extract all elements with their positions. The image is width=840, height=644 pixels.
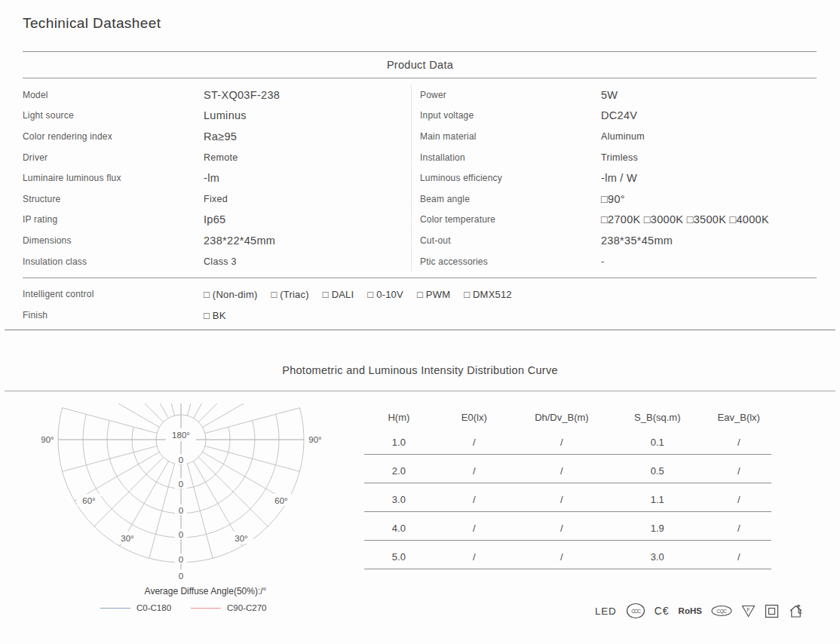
spec-value: 238*35*45mm (601, 235, 673, 247)
photometric-section-title: Photometric and Luminous Intensity Distr… (5, 364, 835, 376)
angle-label-180: 180° (172, 431, 190, 440)
indoor-house-icon (788, 603, 805, 619)
spec-label: IP rating (23, 214, 204, 225)
column-divider (411, 85, 412, 271)
divider (5, 330, 835, 330)
spec-label: Power (420, 90, 601, 100)
table-cell: / (434, 494, 515, 505)
spec-value: Ip65 (204, 213, 225, 225)
cqc-icon: CQC (711, 605, 732, 617)
column-header: E0(lx) (434, 412, 515, 423)
svg-text:F: F (746, 606, 750, 612)
table-cell: / (515, 494, 609, 505)
table-header-row: H(m) E0(lx) Dh/Dv_B(m) S_B(sq.m) Eav_B(l… (364, 408, 771, 426)
spec-row: Input voltageDC24V (420, 106, 817, 127)
divider (23, 51, 817, 52)
spec-row: InstallationTrimless (420, 147, 817, 168)
angle-label-30-left: 30° (121, 534, 133, 543)
led-label: LED (595, 606, 617, 617)
table-cell: 3.0 (364, 494, 434, 505)
angle-label-90-left: 90° (41, 435, 54, 444)
radial-tick: 0 (179, 480, 183, 489)
product-data-right-column: Power5W Input voltageDC24V Main material… (420, 84, 817, 271)
control-option: □ (Non-dim) (204, 289, 257, 300)
table-cell: / (707, 437, 771, 448)
radial-tick: 0 (179, 555, 183, 564)
table-cell: 1.0 (364, 437, 434, 448)
spec-value: Luminus (204, 109, 247, 121)
control-option: □ PWM (417, 289, 450, 300)
divider (23, 278, 817, 278)
spec-value: □2700K □3000K □3500K □4000K (601, 213, 769, 225)
spec-value: Ra≥95 (204, 130, 237, 143)
spec-row: Main materialAluminum (420, 126, 817, 147)
table-row: 2.0 / / 0.5 / (364, 455, 771, 483)
spec-row: DriverRemote (23, 147, 407, 168)
table-cell: 0.1 (609, 437, 707, 448)
spec-label: Cut-out (420, 235, 601, 246)
ccc-icon: CCC (626, 603, 645, 619)
spec-value: ST-XQ03F-238 (204, 89, 280, 101)
class2-double-square-icon (765, 604, 779, 618)
spec-row: ModelST-XQ03F-238 (23, 84, 407, 106)
spec-label: Color temperature (420, 214, 601, 225)
spec-value: - (601, 256, 604, 267)
spec-row: Light sourceLuminus (23, 106, 407, 127)
table-cell: 4.0 (364, 523, 434, 534)
product-data-section-title: Product Data (23, 59, 817, 71)
legend-label: C90-C270 (227, 603, 266, 612)
spec-label: Luminaire luminous flux (23, 173, 204, 183)
angle-label-30-right: 30° (235, 534, 247, 543)
table-cell: / (434, 465, 515, 477)
radial-tick: 0 (179, 455, 183, 465)
intelligent-control-options: □ (Non-dim) □ (Triac) □ DALI □ 0-10V □ P… (204, 289, 512, 300)
table-cell: 2.0 (364, 465, 434, 477)
spec-value: □90° (601, 193, 625, 205)
control-option: □ (Triac) (271, 289, 308, 300)
product-data-left-column: ModelST-XQ03F-238 Light sourceLuminus Co… (23, 84, 407, 271)
spec-value: DC24V (601, 109, 637, 121)
legend-line-c90-c270 (191, 608, 221, 609)
photometric-table: H(m) E0(lx) Dh/Dv_B(m) S_B(sq.m) Eav_B(l… (364, 408, 771, 569)
legend-title: Average Diffuse Angle(50%):/° (90, 586, 320, 596)
ce-mark-icon: C€ (655, 605, 670, 617)
spec-row: Finish □ BK (23, 305, 817, 326)
table-cell: 1.1 (609, 494, 707, 505)
table-cell: / (515, 523, 609, 534)
angle-label-60-right: 60° (274, 496, 287, 505)
column-header: Eav_B(lx) (707, 412, 771, 423)
table-cell: / (707, 523, 771, 534)
spec-value: -lm / W (601, 172, 637, 184)
divider (5, 391, 835, 391)
label-backplates (77, 428, 293, 581)
spec-row: Color rendering indexRa≥95 (23, 126, 407, 147)
spec-label: Dimensions (23, 235, 204, 246)
control-option: □ BK (204, 310, 226, 321)
f-triangle-icon: F (741, 605, 756, 618)
spec-label: Color rendering index (23, 131, 204, 142)
column-header: S_B(sq.m) (609, 412, 707, 423)
spec-label: Input voltage (420, 110, 601, 121)
table-row: 3.0 / / 1.1 / (364, 483, 771, 512)
spec-label: Finish (23, 310, 204, 320)
table-cell: / (515, 465, 609, 477)
table-cell: 5.0 (364, 551, 434, 563)
table-cell: / (707, 551, 771, 563)
table-cell: / (515, 437, 609, 448)
control-option: □ 0-10V (367, 289, 403, 300)
svg-text:CQC: CQC (716, 609, 727, 615)
spec-row: IP ratingIp65 (23, 210, 407, 231)
spec-label: Structure (23, 194, 204, 204)
spec-row: Intelligent control □ (Non-dim) □ (Triac… (23, 284, 817, 305)
rohs-label: RoHS (679, 606, 702, 615)
spec-row: StructureFixed (23, 189, 407, 210)
spec-row: Cut-out238*35*45mm (420, 230, 817, 251)
table-row: 1.0 / / 0.1 / (364, 426, 771, 455)
svg-text:CCC: CCC (631, 609, 641, 614)
spec-label: Ptic accessories (420, 256, 601, 267)
table-cell: / (707, 465, 771, 477)
column-header: Dh/Dv_B(m) (515, 412, 609, 423)
table-cell: 3.0 (609, 551, 707, 563)
datasheet-page: Techinical Datasheet Product Data ModelS… (0, 0, 840, 644)
radial-tick: 0 (179, 530, 183, 539)
